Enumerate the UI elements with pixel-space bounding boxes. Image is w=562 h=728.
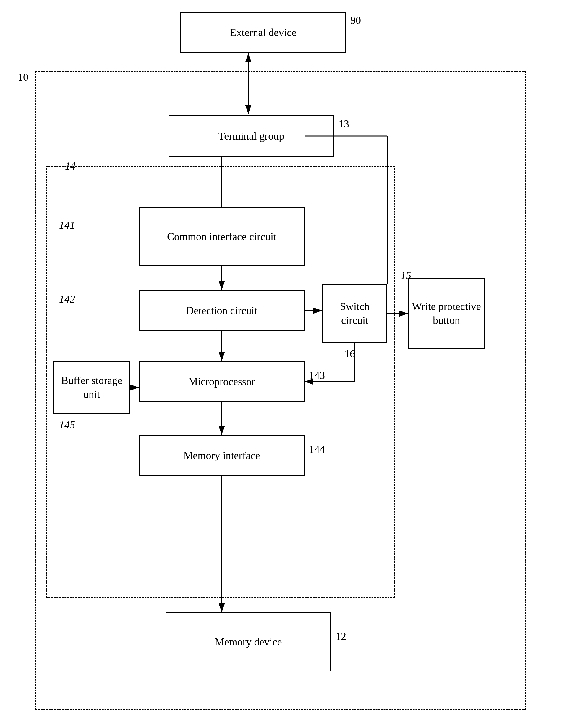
terminal-group-label: Terminal group bbox=[219, 129, 284, 143]
diagram-container: External device 90 10 Terminal group 13 … bbox=[0, 0, 562, 728]
terminal-group-box: Terminal group bbox=[169, 115, 334, 157]
label-12: 12 bbox=[335, 630, 346, 643]
memory-interface-box: Memory interface bbox=[139, 435, 304, 476]
label-15: 15 bbox=[400, 269, 411, 282]
label-141: 141 bbox=[59, 219, 75, 231]
common-interface-box: Common interface circuit bbox=[139, 207, 304, 266]
external-device-box: External device bbox=[180, 12, 346, 53]
microprocessor-label: Microprocessor bbox=[188, 375, 255, 389]
external-device-label: External device bbox=[230, 26, 296, 40]
detection-circuit-label: Detection circuit bbox=[186, 304, 258, 318]
switch-circuit-label: Switch circuit bbox=[326, 300, 383, 327]
label-13: 13 bbox=[338, 118, 349, 130]
buffer-storage-box: Buffer storage unit bbox=[53, 361, 130, 414]
write-protective-label: Write protective button bbox=[412, 300, 481, 327]
label-145: 145 bbox=[59, 419, 75, 431]
detection-circuit-box: Detection circuit bbox=[139, 290, 304, 331]
label-143: 143 bbox=[309, 369, 325, 382]
buffer-storage-label: Buffer storage unit bbox=[57, 374, 126, 401]
common-interface-label: Common interface circuit bbox=[167, 230, 277, 244]
memory-device-box: Memory device bbox=[166, 612, 331, 671]
memory-interface-label: Memory interface bbox=[184, 449, 260, 463]
label-144: 144 bbox=[309, 443, 325, 456]
label-142: 142 bbox=[59, 293, 75, 305]
write-protective-box: Write protective button bbox=[408, 278, 485, 349]
label-16: 16 bbox=[344, 348, 355, 360]
label-10: 10 bbox=[18, 71, 28, 83]
label-14: 14 bbox=[65, 160, 76, 172]
switch-circuit-box: Switch circuit bbox=[322, 284, 387, 343]
label-90: 90 bbox=[350, 14, 361, 27]
microprocessor-box: Microprocessor bbox=[139, 361, 304, 402]
memory-device-label: Memory device bbox=[215, 635, 282, 649]
